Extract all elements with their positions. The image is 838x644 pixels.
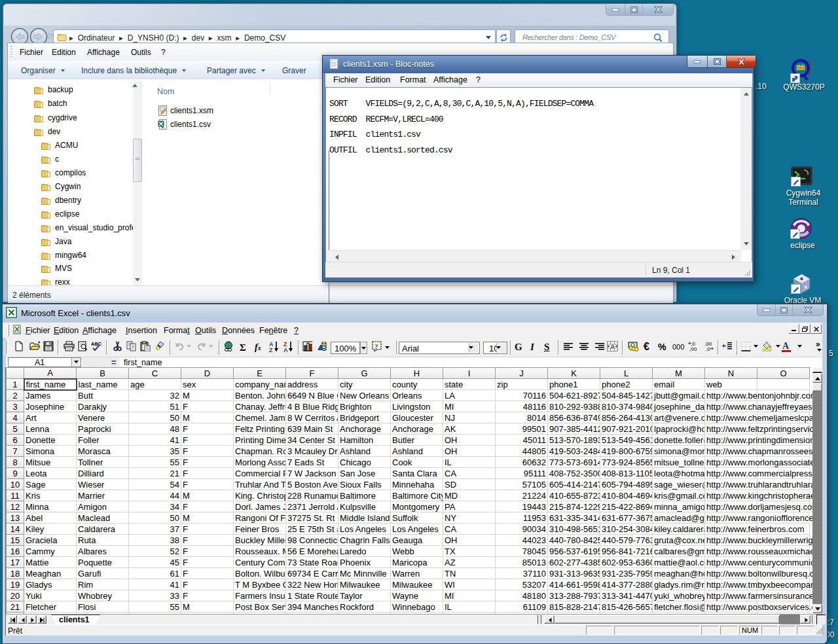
svg-text:,00: ,00 (689, 346, 697, 352)
svg-text:A: A (283, 347, 288, 353)
svg-text:?: ? (374, 342, 378, 350)
svg-text:a: a (611, 343, 614, 349)
svg-text:ABC: ABC (91, 341, 101, 347)
svg-text:3270x: 3270x (807, 60, 813, 76)
svg-text:,0: ,0 (706, 346, 710, 352)
svg-text:a,: a, (162, 125, 165, 129)
svg-text:Z: Z (269, 347, 273, 353)
